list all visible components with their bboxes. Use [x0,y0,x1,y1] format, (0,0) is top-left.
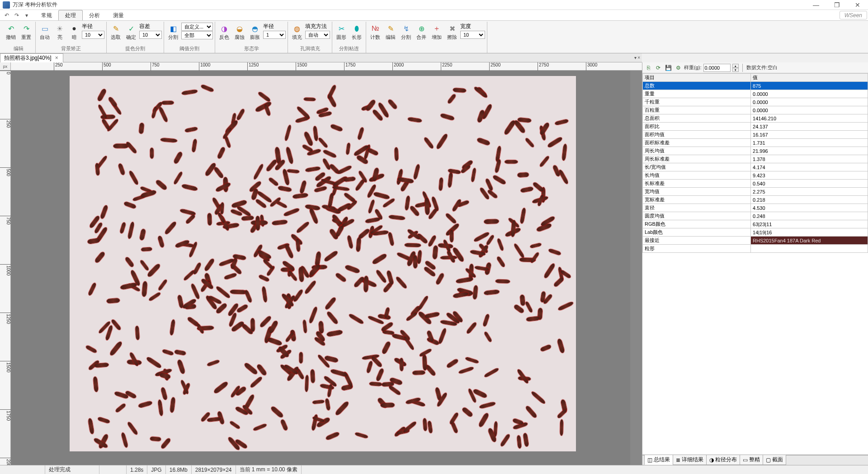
erode-button[interactable]: ◒腐蚀 [232,23,247,42]
results-grid[interactable]: 项目 值 总数875重量0.0000千粒重0.0000百粒重0.0000总面积1… [642,73,868,455]
fill-button[interactable]: ◍填充 [290,23,304,42]
width-select[interactable]: 10 [460,31,485,39]
erase-button[interactable]: ✖擦除 [445,23,459,42]
close-tab-icon[interactable]: × [54,55,59,61]
result-row[interactable]: 最接近RHS2015Fan4 187A Dark Red [643,237,868,245]
result-row[interactable]: 直径4.530 [643,204,868,212]
result-row[interactable]: 长标准差0.540 [643,180,868,188]
result-row[interactable]: Lab颜色14|19|16 [643,228,868,237]
results-tab-粒径分布[interactable]: ◑粒径分布 [706,455,740,465]
close-button[interactable]: ✕ [847,0,868,10]
merge-button[interactable]: ⊕合并 [414,23,429,42]
qat-undo-icon[interactable]: ↶ [3,11,11,19]
column-header-item[interactable]: 项目 [643,74,751,82]
refresh-icon[interactable]: ⟳ [654,64,662,72]
menu-tab-测量[interactable]: 测量 [106,10,131,20]
maximize-button[interactable]: ❐ [826,0,847,10]
result-row[interactable]: 长/宽均值4.174 [643,163,868,171]
document-tab[interactable]: 拍照稻谷3.jpg[40%] × [0,53,63,62]
long-split-button[interactable]: ⬮长形 [349,23,364,42]
threshold-mode-select[interactable]: 自定义... [181,23,213,31]
canvas-scroll[interactable] [11,71,642,465]
column-header-value[interactable]: 值 [751,74,868,82]
result-row[interactable]: 面积标准差1.731 [643,139,868,147]
weight-input[interactable] [703,64,731,72]
seed-marker [523,433,529,447]
result-row[interactable]: 宽标准差0.218 [643,196,868,204]
menu-tab-处理[interactable]: 处理 [58,10,83,20]
seed-marker [94,363,109,368]
result-row[interactable]: 长均值9.423 [643,171,868,180]
seed-marker [326,431,340,441]
invert-button[interactable]: ◑反色 [217,23,231,42]
result-row[interactable]: 面积比24.137 [643,123,868,131]
seed-marker [109,341,123,356]
split-button[interactable]: ◧分割 [166,23,180,42]
seed-marker [185,213,196,224]
qat-dropdown-icon[interactable]: ▾ [23,11,31,19]
seed-marker [158,106,169,123]
seed-marker [486,235,495,246]
result-key: 面积标准差 [643,139,751,147]
result-row[interactable]: 面积均值16.167 [643,131,868,139]
menu-tab-分析[interactable]: 分析 [82,10,107,20]
result-row[interactable]: 总面积14146.210 [643,114,868,123]
tab-icon: ▢ [766,457,771,463]
fill-method-select[interactable]: 自动 [305,31,330,39]
pick-button[interactable]: ✎选取 [108,23,123,42]
result-row[interactable]: 重量0.0000 [643,90,868,98]
seed-marker [283,208,299,217]
seed-marker [548,248,561,256]
undo-button[interactable]: ↶撤销 [4,23,18,42]
tolerance-select[interactable]: 10 [139,31,162,39]
auto-bg-button[interactable]: ▭自动 [38,23,52,42]
reset-button[interactable]: ↷重置 [19,23,33,42]
menu-tab-常规[interactable]: 常规 [34,10,59,20]
seed-marker [453,292,468,298]
count-button[interactable]: №计数 [368,23,382,42]
result-row[interactable]: RGB颜色63|23|11 [643,220,868,228]
analyzed-image[interactable] [70,76,576,451]
settings-icon[interactable]: ⚙ [674,64,682,72]
results-tab-详细结果[interactable]: ≣详细结果 [673,455,707,465]
save-icon[interactable]: 💾 [664,64,672,72]
panel-dropdown-icon[interactable]: ▾ [634,55,637,60]
result-row[interactable]: 圆度均值0.248 [643,212,868,220]
result-row[interactable]: 周长均值21.996 [643,147,868,155]
seed-marker [322,158,331,171]
split2-button[interactable]: ↯分割 [399,23,413,42]
results-tab-总结果[interactable]: ◫总结果 [644,455,673,465]
bright-button[interactable]: ☀亮 [53,23,66,42]
qat-redo-icon[interactable]: ↷ [13,11,21,19]
ruler-tick: 2500 [489,62,500,71]
seed-marker [387,232,394,246]
seed-marker [453,88,467,93]
result-row[interactable]: 千粒重0.0000 [643,98,868,106]
tab-icon: ▭ [743,457,748,463]
edit-count-button[interactable]: ✎编辑 [383,23,398,42]
minimize-button[interactable]: — [806,0,826,10]
result-row[interactable]: 宽均值2.275 [643,188,868,196]
threshold-all-select[interactable]: 全部 [181,31,213,39]
results-tab-整精[interactable]: ▭整精 [740,455,763,465]
add-button[interactable]: ＋增加 [429,23,444,42]
seed-marker [450,229,453,242]
radius-select[interactable]: 10 [82,31,104,39]
results-tab-截面[interactable]: ▢截面 [763,455,786,465]
dilate-button[interactable]: ◓膨胀 [248,23,262,42]
result-row[interactable]: 粒形 [643,245,868,253]
weight-spinner[interactable]: ▴▾ [732,64,739,72]
circle-split-button[interactable]: ✂圆形 [334,23,349,42]
dilate-button-icon: ◓ [250,24,259,33]
seed-marker [324,297,337,311]
export-icon[interactable]: ⎘ [644,64,652,72]
result-row[interactable]: 总数875 [643,82,868,90]
dark-button[interactable]: ●暗 [67,23,81,42]
seed-marker [119,222,126,234]
morph-radius-select[interactable]: 1 [263,31,286,39]
confirm-button[interactable]: ✓确定 [124,23,138,42]
long-split-button-label: 长形 [352,34,362,41]
panel-close-icon[interactable]: × [637,55,640,60]
result-row[interactable]: 百粒重0.0000 [643,106,868,114]
result-row[interactable]: 周长标准差1.378 [643,155,868,163]
